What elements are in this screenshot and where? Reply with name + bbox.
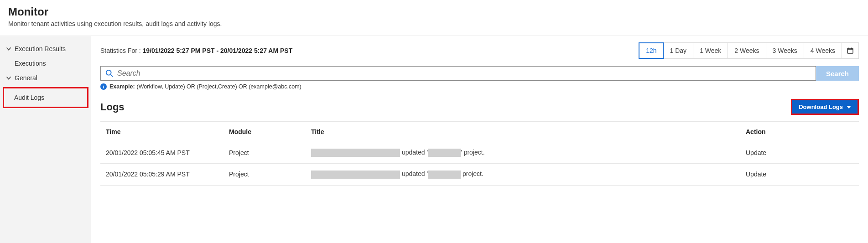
sidebar-item-audit-logs[interactable]: Audit Logs [3,87,88,108]
table-row: 20/01/2022 05:05:29 AM PST Project updat… [100,164,859,185]
range-1week[interactable]: 1 Week [693,43,728,58]
title-end: ' project. [461,149,484,156]
range-3weeks[interactable]: 3 Weeks [766,43,804,58]
sidebar-group-general[interactable]: General [0,71,91,85]
page-title: Monitor [8,5,860,18]
search-button[interactable]: Search [816,66,859,81]
page-header: Monitor Monitor tenant activities using … [0,0,868,36]
range-2weeks[interactable]: 2 Weeks [728,43,766,58]
cell-title: updated ' project. [306,164,740,185]
redacted-block [428,149,461,157]
stats-range: 19/01/2022 5:27 PM PST - 20/01/2022 5:27… [143,47,293,54]
cell-title: updated '' project. [306,142,740,164]
range-12h[interactable]: 12h [639,42,664,59]
page-subtitle: Monitor tenant activities using executio… [8,20,860,27]
svg-line-5 [111,75,113,77]
calendar-icon [847,47,854,54]
redacted-block [311,149,400,157]
stats-label: Statistics For : 19/01/2022 5:27 PM PST … [100,47,292,54]
info-icon: i [100,83,107,90]
search-box[interactable] [100,66,816,81]
cell-module: Project [223,164,306,185]
cell-time: 20/01/2022 05:05:29 AM PST [100,164,223,185]
col-time[interactable]: Time [100,122,223,142]
cell-module: Project [223,142,306,164]
range-4weeks[interactable]: 4 Weeks [804,43,842,58]
title-mid: updated ' [400,170,428,177]
cell-action: Update [740,164,859,185]
logs-table: Time Module Title Action 20/01/2022 05:0… [100,121,859,186]
download-logs-button[interactable]: Download Logs [791,99,859,115]
search-example: i Example: (Workflow, Update) OR (Projec… [100,83,859,90]
logs-heading: Logs [100,101,125,113]
title-mid: updated ' [400,149,428,156]
sidebar-item-executions[interactable]: Executions [0,56,91,71]
cell-time: 20/01/2022 05:05:45 AM PST [100,142,223,164]
svg-point-4 [106,70,111,75]
sidebar-item-label: Audit Logs [14,94,44,101]
range-1day[interactable]: 1 Day [664,43,694,58]
chevron-down-icon [5,46,12,52]
cell-action: Update [740,142,859,164]
example-text: (Workflow, Update) OR (Project,Create) O… [137,83,301,90]
sidebar: Execution Results Executions General Aud… [0,36,91,243]
chevron-down-icon [5,75,12,81]
table-row: 20/01/2022 05:05:45 AM PST Project updat… [100,142,859,164]
table-header-row: Time Module Title Action [100,122,859,142]
redacted-block [428,171,461,179]
sidebar-item-label: Executions [15,60,46,67]
range-calendar-button[interactable] [842,43,858,58]
col-action[interactable]: Action [740,122,859,142]
sidebar-group-label: General [15,74,37,82]
caret-down-icon [847,106,851,109]
example-label: Example: [109,83,135,90]
col-title[interactable]: Title [306,122,740,142]
stats-prefix: Statistics For : [100,47,143,54]
sidebar-group-label: Execution Results [15,45,66,52]
main-content: Statistics For : 19/01/2022 5:27 PM PST … [91,36,868,243]
svg-rect-0 [847,48,853,53]
search-icon [105,69,114,78]
search-input[interactable] [117,69,811,78]
download-logs-label: Download Logs [799,103,843,110]
col-module[interactable]: Module [223,122,306,142]
time-range-group: 12h 1 Day 1 Week 2 Weeks 3 Weeks 4 Weeks [639,42,859,59]
sidebar-group-execution-results[interactable]: Execution Results [0,41,91,56]
title-end: project. [461,170,483,177]
redacted-block [311,171,400,179]
